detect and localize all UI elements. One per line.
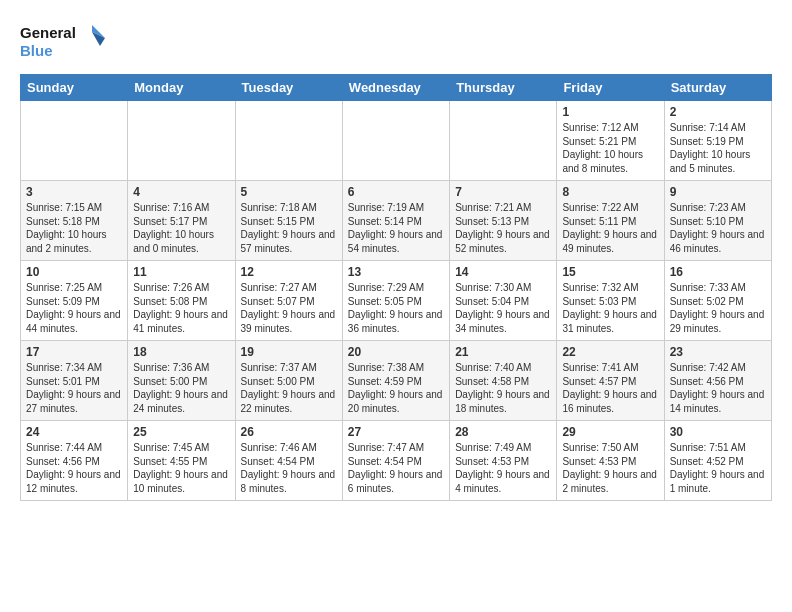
calendar-cell: 18Sunrise: 7:36 AM Sunset: 5:00 PM Dayli… <box>128 341 235 421</box>
day-number: 9 <box>670 185 766 199</box>
day-info: Sunrise: 7:49 AM Sunset: 4:53 PM Dayligh… <box>455 441 551 495</box>
calendar-cell: 3Sunrise: 7:15 AM Sunset: 5:18 PM Daylig… <box>21 181 128 261</box>
day-number: 2 <box>670 105 766 119</box>
day-number: 20 <box>348 345 444 359</box>
day-info: Sunrise: 7:22 AM Sunset: 5:11 PM Dayligh… <box>562 201 658 255</box>
calendar-cell: 23Sunrise: 7:42 AM Sunset: 4:56 PM Dayli… <box>664 341 771 421</box>
calendar-cell: 14Sunrise: 7:30 AM Sunset: 5:04 PM Dayli… <box>450 261 557 341</box>
day-info: Sunrise: 7:42 AM Sunset: 4:56 PM Dayligh… <box>670 361 766 415</box>
day-number: 17 <box>26 345 122 359</box>
calendar-week-3: 10Sunrise: 7:25 AM Sunset: 5:09 PM Dayli… <box>21 261 772 341</box>
calendar-cell: 13Sunrise: 7:29 AM Sunset: 5:05 PM Dayli… <box>342 261 449 341</box>
calendar-cell: 11Sunrise: 7:26 AM Sunset: 5:08 PM Dayli… <box>128 261 235 341</box>
calendar-cell <box>21 101 128 181</box>
day-info: Sunrise: 7:40 AM Sunset: 4:58 PM Dayligh… <box>455 361 551 415</box>
day-info: Sunrise: 7:15 AM Sunset: 5:18 PM Dayligh… <box>26 201 122 255</box>
day-number: 25 <box>133 425 229 439</box>
day-info: Sunrise: 7:44 AM Sunset: 4:56 PM Dayligh… <box>26 441 122 495</box>
calendar-cell: 27Sunrise: 7:47 AM Sunset: 4:54 PM Dayli… <box>342 421 449 501</box>
day-number: 14 <box>455 265 551 279</box>
calendar-week-2: 3Sunrise: 7:15 AM Sunset: 5:18 PM Daylig… <box>21 181 772 261</box>
calendar-week-1: 1Sunrise: 7:12 AM Sunset: 5:21 PM Daylig… <box>21 101 772 181</box>
day-info: Sunrise: 7:30 AM Sunset: 5:04 PM Dayligh… <box>455 281 551 335</box>
day-number: 4 <box>133 185 229 199</box>
calendar-cell: 8Sunrise: 7:22 AM Sunset: 5:11 PM Daylig… <box>557 181 664 261</box>
day-number: 27 <box>348 425 444 439</box>
calendar-week-4: 17Sunrise: 7:34 AM Sunset: 5:01 PM Dayli… <box>21 341 772 421</box>
day-number: 22 <box>562 345 658 359</box>
calendar-cell: 30Sunrise: 7:51 AM Sunset: 4:52 PM Dayli… <box>664 421 771 501</box>
page: GeneralBlue SundayMondayTuesdayWednesday… <box>0 0 792 511</box>
calendar-cell: 2Sunrise: 7:14 AM Sunset: 5:19 PM Daylig… <box>664 101 771 181</box>
day-number: 1 <box>562 105 658 119</box>
day-number: 30 <box>670 425 766 439</box>
calendar-cell: 4Sunrise: 7:16 AM Sunset: 5:17 PM Daylig… <box>128 181 235 261</box>
calendar-cell: 7Sunrise: 7:21 AM Sunset: 5:13 PM Daylig… <box>450 181 557 261</box>
weekday-header-row: SundayMondayTuesdayWednesdayThursdayFrid… <box>21 75 772 101</box>
day-number: 13 <box>348 265 444 279</box>
day-number: 16 <box>670 265 766 279</box>
calendar-cell: 22Sunrise: 7:41 AM Sunset: 4:57 PM Dayli… <box>557 341 664 421</box>
day-info: Sunrise: 7:19 AM Sunset: 5:14 PM Dayligh… <box>348 201 444 255</box>
calendar-cell: 9Sunrise: 7:23 AM Sunset: 5:10 PM Daylig… <box>664 181 771 261</box>
day-info: Sunrise: 7:36 AM Sunset: 5:00 PM Dayligh… <box>133 361 229 415</box>
weekday-header-thursday: Thursday <box>450 75 557 101</box>
calendar-cell: 26Sunrise: 7:46 AM Sunset: 4:54 PM Dayli… <box>235 421 342 501</box>
day-number: 23 <box>670 345 766 359</box>
calendar-cell: 10Sunrise: 7:25 AM Sunset: 5:09 PM Dayli… <box>21 261 128 341</box>
calendar-cell: 1Sunrise: 7:12 AM Sunset: 5:21 PM Daylig… <box>557 101 664 181</box>
calendar-cell: 29Sunrise: 7:50 AM Sunset: 4:53 PM Dayli… <box>557 421 664 501</box>
day-number: 11 <box>133 265 229 279</box>
day-info: Sunrise: 7:16 AM Sunset: 5:17 PM Dayligh… <box>133 201 229 255</box>
calendar-cell: 24Sunrise: 7:44 AM Sunset: 4:56 PM Dayli… <box>21 421 128 501</box>
logo-svg: GeneralBlue <box>20 20 110 64</box>
day-number: 18 <box>133 345 229 359</box>
day-info: Sunrise: 7:37 AM Sunset: 5:00 PM Dayligh… <box>241 361 337 415</box>
day-number: 10 <box>26 265 122 279</box>
day-number: 28 <box>455 425 551 439</box>
calendar-cell: 28Sunrise: 7:49 AM Sunset: 4:53 PM Dayli… <box>450 421 557 501</box>
svg-text:Blue: Blue <box>20 42 53 59</box>
calendar-week-5: 24Sunrise: 7:44 AM Sunset: 4:56 PM Dayli… <box>21 421 772 501</box>
day-info: Sunrise: 7:46 AM Sunset: 4:54 PM Dayligh… <box>241 441 337 495</box>
day-info: Sunrise: 7:29 AM Sunset: 5:05 PM Dayligh… <box>348 281 444 335</box>
calendar-cell: 16Sunrise: 7:33 AM Sunset: 5:02 PM Dayli… <box>664 261 771 341</box>
day-info: Sunrise: 7:23 AM Sunset: 5:10 PM Dayligh… <box>670 201 766 255</box>
calendar-cell: 12Sunrise: 7:27 AM Sunset: 5:07 PM Dayli… <box>235 261 342 341</box>
day-number: 29 <box>562 425 658 439</box>
day-info: Sunrise: 7:25 AM Sunset: 5:09 PM Dayligh… <box>26 281 122 335</box>
calendar-cell: 25Sunrise: 7:45 AM Sunset: 4:55 PM Dayli… <box>128 421 235 501</box>
calendar-cell: 17Sunrise: 7:34 AM Sunset: 5:01 PM Dayli… <box>21 341 128 421</box>
weekday-header-sunday: Sunday <box>21 75 128 101</box>
day-info: Sunrise: 7:26 AM Sunset: 5:08 PM Dayligh… <box>133 281 229 335</box>
day-number: 21 <box>455 345 551 359</box>
weekday-header-friday: Friday <box>557 75 664 101</box>
calendar-cell <box>128 101 235 181</box>
day-number: 7 <box>455 185 551 199</box>
calendar-cell: 5Sunrise: 7:18 AM Sunset: 5:15 PM Daylig… <box>235 181 342 261</box>
weekday-header-wednesday: Wednesday <box>342 75 449 101</box>
day-number: 19 <box>241 345 337 359</box>
calendar-cell <box>450 101 557 181</box>
day-info: Sunrise: 7:14 AM Sunset: 5:19 PM Dayligh… <box>670 121 766 175</box>
calendar-cell: 6Sunrise: 7:19 AM Sunset: 5:14 PM Daylig… <box>342 181 449 261</box>
calendar-cell <box>235 101 342 181</box>
weekday-header-saturday: Saturday <box>664 75 771 101</box>
calendar-table: SundayMondayTuesdayWednesdayThursdayFrid… <box>20 74 772 501</box>
day-info: Sunrise: 7:41 AM Sunset: 4:57 PM Dayligh… <box>562 361 658 415</box>
day-info: Sunrise: 7:18 AM Sunset: 5:15 PM Dayligh… <box>241 201 337 255</box>
day-info: Sunrise: 7:45 AM Sunset: 4:55 PM Dayligh… <box>133 441 229 495</box>
svg-text:General: General <box>20 24 76 41</box>
day-number: 24 <box>26 425 122 439</box>
day-info: Sunrise: 7:47 AM Sunset: 4:54 PM Dayligh… <box>348 441 444 495</box>
calendar-cell: 15Sunrise: 7:32 AM Sunset: 5:03 PM Dayli… <box>557 261 664 341</box>
weekday-header-tuesday: Tuesday <box>235 75 342 101</box>
day-number: 15 <box>562 265 658 279</box>
day-number: 26 <box>241 425 337 439</box>
day-info: Sunrise: 7:38 AM Sunset: 4:59 PM Dayligh… <box>348 361 444 415</box>
day-info: Sunrise: 7:12 AM Sunset: 5:21 PM Dayligh… <box>562 121 658 175</box>
calendar-cell <box>342 101 449 181</box>
day-info: Sunrise: 7:21 AM Sunset: 5:13 PM Dayligh… <box>455 201 551 255</box>
day-number: 12 <box>241 265 337 279</box>
day-info: Sunrise: 7:50 AM Sunset: 4:53 PM Dayligh… <box>562 441 658 495</box>
